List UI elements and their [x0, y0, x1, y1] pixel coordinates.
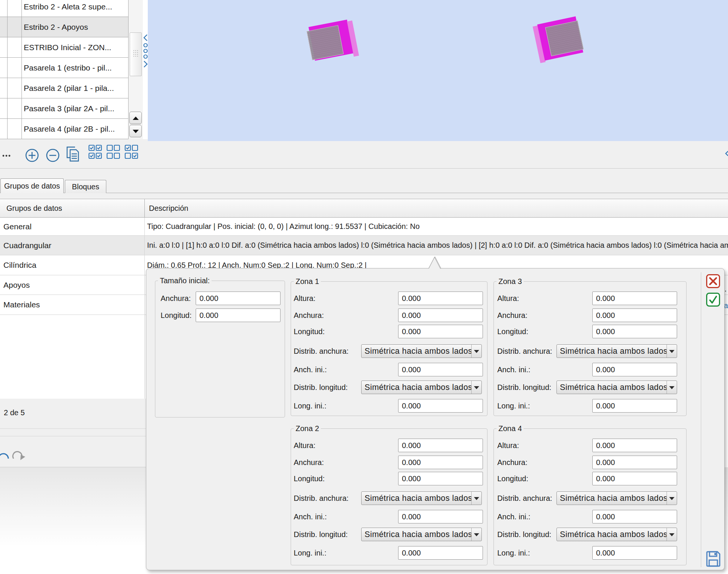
- select-value: Simétrica hacia ambos lados: [557, 528, 667, 541]
- save-button[interactable]: [706, 551, 720, 567]
- scroll-down-button[interactable]: [129, 125, 142, 137]
- chevron-down-icon: [471, 492, 481, 505]
- list-item[interactable]: Pasarela 1 (estribo - pil...: [0, 58, 129, 78]
- popup-callout-pointer: [426, 256, 444, 269]
- apoyo-edit-popup: Tamaño inicial:Anchura:0.000Longitud:0.0…: [146, 268, 725, 570]
- list-item[interactable]: Pasarela 4 (pilar 2B - pil...: [0, 119, 129, 139]
- field-label: Long. ini.:: [294, 399, 326, 413]
- value-input[interactable]: 0.000: [398, 472, 483, 485]
- value-input[interactable]: 0.000: [592, 308, 677, 322]
- value-input[interactable]: 0.000: [398, 399, 483, 413]
- field-label: Altura:: [497, 439, 519, 452]
- value-input[interactable]: 0.000: [398, 325, 483, 338]
- row-group-name: General: [3, 218, 32, 235]
- field-label: Distrib. anchura:: [294, 491, 349, 505]
- value-input[interactable]: 0.000: [592, 472, 677, 485]
- select-value: Simétrica hacia ambos lados: [557, 492, 667, 505]
- collapse-right-icon[interactable]: [725, 151, 728, 156]
- field-label: Longitud:: [161, 308, 192, 322]
- value-input[interactable]: 0.000: [592, 292, 677, 305]
- fieldset-legend: Zona 4: [497, 424, 524, 433]
- more-button[interactable]: [3, 155, 11, 157]
- row-description: Ini. a:0 l:0 | [1] h:0 a:0 l:0 Dif. a:0 …: [147, 236, 728, 255]
- field-label: Anchura:: [497, 308, 527, 322]
- select-value: Simétrica hacia ambos lados: [362, 345, 471, 358]
- value-input[interactable]: 0.000: [592, 439, 677, 452]
- scroll-up-button[interactable]: [129, 112, 142, 124]
- field-label: Altura:: [294, 292, 316, 305]
- fieldset-legend: Zona 3: [497, 277, 524, 286]
- field-label: Altura:: [294, 439, 316, 452]
- undo-redo-icons: [0, 446, 31, 462]
- tab-bloques[interactable]: Bloques: [65, 180, 106, 193]
- scrollbar-thumb[interactable]: [130, 32, 142, 76]
- list-scrollbar[interactable]: [129, 0, 143, 139]
- field-label: Long. ini.:: [294, 546, 326, 560]
- value-input[interactable]: 0.000: [398, 308, 483, 322]
- list-item[interactable]: Estribo 2 - Aleta 2 supe...: [0, 0, 129, 17]
- list-item-label: Pasarela 4 (pilar 2B - pil...: [24, 119, 115, 139]
- bearing-pad-right: [537, 16, 583, 60]
- remove-button[interactable]: [47, 149, 59, 161]
- value-input[interactable]: 0.000: [592, 456, 677, 469]
- value-input[interactable]: 0.000: [398, 510, 483, 523]
- distribution-select[interactable]: Simétrica hacia ambos lados: [361, 344, 482, 358]
- undo-button[interactable]: [0, 454, 8, 459]
- value-input[interactable]: 0.000: [196, 308, 280, 322]
- list-item-label: Estribo 2 - Aleta 2 supe...: [24, 0, 112, 17]
- field-label: Anch. ini.:: [497, 363, 530, 376]
- list-item-label: Pasarela 3 (pilar 2A - pil...: [24, 98, 114, 118]
- value-input[interactable]: 0.000: [398, 439, 483, 452]
- fieldset-legend: Zona 2: [294, 424, 321, 433]
- table-row[interactable]: CuadrangularIni. a:0 l:0 | [1] h:0 a:0 l…: [0, 236, 728, 255]
- value-input[interactable]: 0.000: [398, 456, 483, 469]
- distribution-select[interactable]: Simétrica hacia ambos lados: [556, 528, 677, 541]
- value-input[interactable]: 0.000: [592, 546, 677, 560]
- list-item[interactable]: Pasarela 2 (pilar 1 - pila...: [0, 78, 129, 98]
- field-label: Anch. ini.:: [497, 510, 530, 523]
- list-item-label: Estribo 2 - Apoyos: [24, 17, 88, 37]
- value-input[interactable]: 0.000: [398, 546, 483, 560]
- distribution-select[interactable]: Simétrica hacia ambos lados: [361, 528, 482, 541]
- value-input[interactable]: 0.000: [592, 510, 677, 523]
- close-icon: [707, 275, 719, 287]
- copy-button[interactable]: [67, 147, 78, 161]
- row-group-name: Cilíndrica: [3, 255, 37, 275]
- add-button[interactable]: [26, 149, 38, 161]
- chevron-down-icon: [471, 381, 481, 394]
- field-label: Altura:: [497, 292, 519, 305]
- check-icon: [707, 294, 719, 305]
- list-item-label: Pasarela 2 (pilar 1 - pila...: [24, 78, 114, 98]
- column-header-grupos: Grupos de datos: [6, 199, 62, 217]
- tab-grupos-de-datos[interactable]: Grupos de datos: [0, 178, 64, 193]
- column-divider: [144, 218, 145, 399]
- value-input[interactable]: 0.000: [196, 292, 280, 305]
- row-description: Tipo: Cuadrangular | Pos. inicial: (0, 0…: [147, 218, 728, 235]
- value-input[interactable]: 0.000: [398, 363, 483, 376]
- row-group-name: Apoyos: [3, 275, 30, 295]
- distribution-select[interactable]: Simétrica hacia ambos lados: [361, 491, 482, 505]
- down-arrow-icon: [133, 130, 139, 133]
- value-input[interactable]: 0.000: [592, 399, 677, 413]
- list-item[interactable]: Pasarela 3 (pilar 2A - pil...: [0, 98, 129, 119]
- value-input[interactable]: 0.000: [398, 292, 483, 305]
- accept-button[interactable]: [706, 293, 720, 307]
- redo-button[interactable]: [13, 452, 25, 460]
- distribution-select[interactable]: Simétrica hacia ambos lados: [556, 344, 677, 358]
- value-input[interactable]: 0.000: [592, 325, 677, 338]
- table-row[interactable]: GeneralTipo: Cuadrangular | Pos. inicial…: [0, 218, 728, 236]
- 3d-viewport[interactable]: [148, 0, 728, 141]
- value-input[interactable]: 0.000: [592, 363, 677, 376]
- field-label: Long. ini.:: [497, 399, 530, 413]
- field-label: Distrib. longitud:: [497, 381, 551, 394]
- list-item[interactable]: ESTRIBO Inicial - ZON...: [0, 37, 129, 58]
- list-item[interactable]: Estribo 2 - Apoyos: [0, 17, 129, 37]
- distribution-select[interactable]: Simétrica hacia ambos lados: [556, 491, 677, 505]
- field-label: Anch. ini.:: [294, 363, 327, 376]
- splitter-handle[interactable]: [143, 34, 149, 68]
- distribution-select[interactable]: Simétrica hacia ambos lados: [361, 381, 482, 394]
- select-value: Simétrica hacia ambos lados: [362, 528, 471, 541]
- distribution-select[interactable]: Simétrica hacia ambos lados: [556, 381, 677, 394]
- cancel-button[interactable]: [706, 274, 720, 288]
- field-label: Anch. ini.:: [294, 510, 327, 523]
